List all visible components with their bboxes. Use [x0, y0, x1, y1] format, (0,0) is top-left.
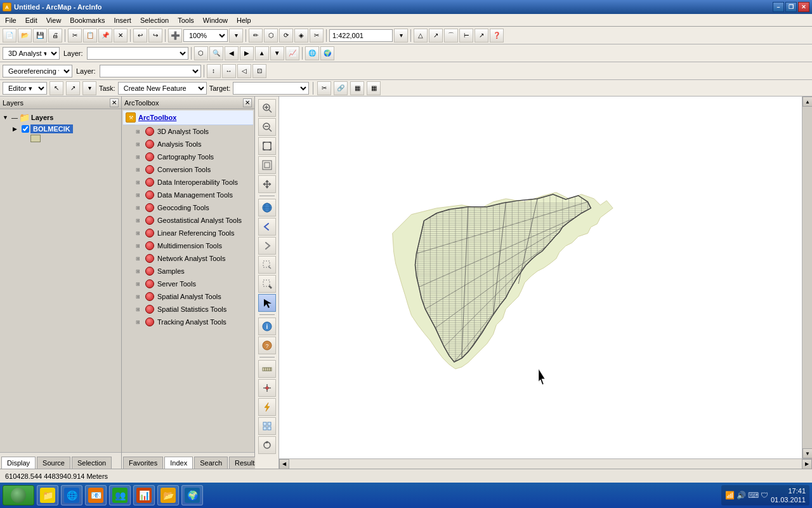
start-button[interactable] — [3, 485, 34, 505]
identify-btn[interactable]: i — [258, 318, 276, 335]
3d-analyst-dropdown[interactable]: 3D Analyst ▾ — [3, 47, 60, 60]
menu-file[interactable]: File — [1, 15, 20, 25]
task-dropdown[interactable]: Create New Feature — [118, 82, 207, 95]
new-btn[interactable]: 📄 — [3, 29, 16, 43]
tool-multidim[interactable]: ⊞ Multidimension Tools — [123, 239, 253, 252]
3d-btn1[interactable]: ⬡ — [194, 46, 208, 60]
rotate-tool[interactable]: ↗ — [66, 81, 80, 95]
3d-btn5[interactable]: ▲ — [255, 46, 269, 60]
select-down-btn[interactable] — [258, 275, 276, 293]
tool-conversion[interactable]: ⊞ Conversion Tools — [123, 163, 253, 176]
layer-dropdown-3d[interactable] — [87, 47, 188, 60]
scroll-down-btn[interactable]: ▼ — [802, 448, 812, 458]
help-btn[interactable]: ❓ — [490, 29, 504, 43]
menu-view[interactable]: View — [43, 15, 65, 25]
georef-btn1[interactable]: ↕ — [207, 64, 221, 78]
3d-btn2[interactable]: 🔍 — [209, 46, 223, 60]
tool-linear[interactable]: ⊞ Linear Referencing Tools — [123, 227, 253, 239]
open-btn[interactable]: 📂 — [18, 29, 32, 43]
sketch-prop-btn[interactable]: ✂ — [317, 81, 331, 95]
editor-dropdown[interactable]: Editor ▾ — [3, 82, 47, 95]
print-btn[interactable]: 🖨 — [48, 29, 62, 43]
menu-help[interactable]: Help — [233, 15, 255, 25]
tool-cartography[interactable]: ⊞ Cartography Tools — [123, 150, 253, 163]
scroll-track-right[interactable] — [802, 107, 812, 448]
georef-btn2[interactable]: ↔ — [222, 64, 236, 78]
forward-nav-btn[interactable] — [258, 237, 276, 255]
scale-dropdown[interactable]: ▾ — [394, 29, 408, 43]
map-canvas[interactable] — [279, 97, 802, 458]
menu-selection[interactable]: Selection — [136, 15, 173, 25]
arc-segment-btn[interactable]: ⌒ — [444, 29, 458, 43]
grid-btn[interactable] — [258, 417, 276, 435]
paste-btn[interactable]: 📌 — [98, 29, 112, 43]
zoom-dropdown[interactable]: 100% — [183, 29, 228, 42]
tab-selection[interactable]: Selection — [72, 457, 112, 469]
edit-sketch-btn[interactable]: ✏ — [249, 29, 263, 43]
edit-tool-dropdown[interactable]: ▾ — [82, 81, 96, 95]
tool-tracking[interactable]: ⊞ Tracking Analyst Tools — [123, 316, 253, 328]
tool-geostat[interactable]: ⊞ Geostatistical Analyst Tools — [123, 214, 253, 227]
full-extent-btn[interactable] — [258, 137, 276, 155]
globe-btn[interactable]: 🌐 — [305, 46, 319, 60]
distance-direction-btn[interactable]: ⊢ — [459, 29, 473, 43]
tab-display[interactable]: Display — [1, 457, 36, 469]
tool-data-interop[interactable]: ⊞ Data Interoperability Tools — [123, 176, 253, 189]
tool-samples[interactable]: ⊞ Samples — [123, 265, 253, 277]
3d-btn6[interactable]: ▼ — [270, 46, 284, 60]
menu-bookmarks[interactable]: Bookmarks — [66, 15, 108, 25]
delete-btn[interactable]: ✕ — [114, 29, 128, 43]
layer-dropdown-georef[interactable] — [100, 65, 201, 77]
bolmecik-label[interactable]: BOLMECIK — [30, 124, 73, 133]
tool-server[interactable]: ⊞ Server Tools — [123, 277, 253, 290]
globe-view-btn[interactable] — [258, 199, 276, 217]
zoom-out-btn[interactable] — [258, 118, 276, 136]
scale-input[interactable] — [329, 29, 393, 42]
restore-button[interactable]: ❐ — [785, 2, 797, 12]
bolmecik-expand[interactable]: ▶ — [13, 126, 20, 132]
system-clock[interactable]: 17:41 01.03.2011 — [771, 486, 806, 505]
layers-root[interactable]: ▼ — 📁 Layers — [3, 112, 119, 123]
tool-spatial-stats[interactable]: ⊞ Spatial Statistics Tools — [123, 303, 253, 316]
snap-btn[interactable]: 🔗 — [334, 81, 348, 95]
select-features-btn[interactable] — [258, 256, 276, 274]
close-button[interactable]: ✕ — [798, 2, 809, 12]
map-scrollbar-bottom[interactable]: ◀ ▶ — [279, 458, 812, 469]
georef-dropdown[interactable]: Georeferencing ▾ — [3, 65, 72, 77]
georef-btn3[interactable]: ◁ — [237, 64, 251, 78]
tool-network[interactable]: ⊞ Network Analyst Tools — [123, 252, 253, 265]
edit-vertices-btn[interactable]: ⬡ — [264, 29, 278, 43]
minimize-button[interactable]: – — [773, 2, 784, 12]
sketchtool-btn[interactable]: ▦ — [367, 81, 381, 95]
cut-btn[interactable]: ✂ — [68, 29, 82, 43]
tool-data-mgmt[interactable]: ⊞ Data Management Tools — [123, 189, 253, 201]
back-nav-btn[interactable] — [258, 218, 276, 236]
straight-segment-btn[interactable]: ↗ — [429, 29, 443, 43]
fit-btn[interactable]: ⊡ — [252, 64, 266, 78]
menu-tools[interactable]: Tools — [174, 15, 198, 25]
undo-btn[interactable]: ↩ — [133, 29, 147, 43]
tool-spatial-analyst[interactable]: ⊞ Spatial Analyst Tools — [123, 290, 253, 303]
scroll-up-btn[interactable]: ▲ — [802, 97, 812, 107]
scroll-left-btn[interactable]: ◀ — [279, 459, 289, 469]
toolbox-panel-close[interactable]: ✕ — [243, 98, 252, 107]
zoom-in-btn[interactable] — [258, 99, 276, 117]
attr-btn[interactable]: ▦ — [350, 81, 364, 95]
taskbar-powerpoint[interactable]: 📊 — [133, 485, 155, 505]
tab-index[interactable]: Index — [164, 457, 193, 469]
taskbar-ie[interactable]: 🌐 — [61, 485, 82, 505]
split-btn[interactable]: ✂ — [310, 29, 324, 43]
addxy-btn[interactable] — [258, 379, 276, 397]
reshape-btn[interactable]: ◈ — [294, 29, 308, 43]
flash-btn[interactable] — [258, 398, 276, 416]
scroll-right-btn[interactable]: ▶ — [802, 459, 812, 469]
target-dropdown[interactable] — [233, 82, 309, 95]
taskbar-users[interactable]: 👥 — [109, 485, 131, 505]
taskbar-email[interactable]: 📧 — [85, 485, 107, 505]
map-scrollbar-right[interactable]: ▲ ▼ — [802, 97, 812, 458]
layers-expand-icon[interactable]: ▼ — [3, 114, 10, 121]
pan-btn[interactable] — [258, 175, 276, 193]
redo-btn[interactable]: ↪ — [148, 29, 162, 43]
tool-geocoding[interactable]: ⊞ Geocoding Tools — [123, 201, 253, 214]
rotate-btn[interactable]: ⟳ — [279, 29, 293, 43]
